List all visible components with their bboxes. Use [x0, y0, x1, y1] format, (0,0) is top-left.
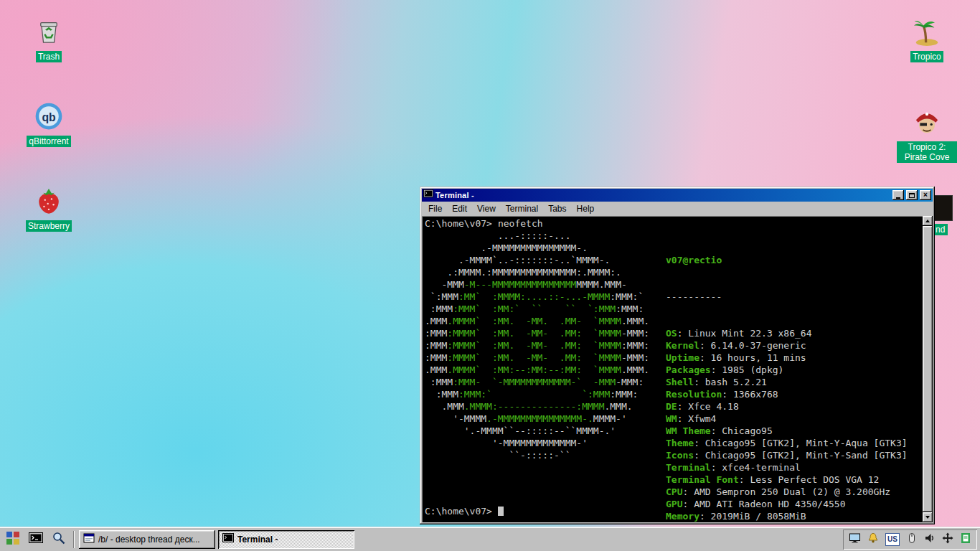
terminal-icon: [222, 532, 234, 546]
partially-hidden-icon: [934, 195, 953, 221]
ascii-line: '-MMMM.-MMMMMMMMMMMMMMM-.MMMM-': [425, 413, 666, 425]
info-row: Terminal Font: Less Perfect DOS VGA 12: [666, 474, 908, 486]
neofetch-info-rows: OS: Linux Mint 22.3 x86_64Kernel: 6.14.0…: [666, 327, 908, 522]
terminal-window: Terminal - × FileEditViewTerminalTabsHel…: [420, 187, 935, 524]
window-titlebar[interactable]: Terminal - ×: [422, 189, 933, 202]
neofetch-info: v07@rectio ---------- OS: Linux Mint 22.…: [666, 230, 908, 522]
icon-label: qBittorrent: [27, 136, 70, 147]
info-row: Kernel: 6.14.0-37-generic: [666, 339, 908, 352]
terminal-cursor: [498, 507, 504, 516]
terminal-icon: [29, 531, 43, 548]
menu-view[interactable]: View: [472, 202, 501, 215]
ascii-line: .MMM.MMMM` :MM. -MM. .MM- `MMMM.MMM.: [425, 315, 666, 327]
desktop-icon-tropico2[interactable]: Tropico 2: Pirate Cove: [897, 106, 957, 163]
ascii-line: .-MMMM`..-:::::::-..`MMMM-.: [425, 254, 666, 266]
info-row: DE: Xfce 4.18: [666, 400, 908, 413]
ascii-line: .MMM.MMMM:--------------:MMMM.MMM.: [425, 400, 666, 413]
prompt-text: C:\home\v07>: [425, 506, 492, 517]
down-arrow-icon: [925, 516, 930, 519]
system-tray: US: [843, 529, 977, 550]
ascii-line: :MMM:MMMM` :MM. -MM- .MM: `MMMM-MMM:: [425, 327, 666, 339]
window-title: Terminal -: [435, 191, 890, 199]
browser-window-icon: [83, 532, 95, 546]
scroll-down-button[interactable]: [923, 512, 933, 522]
terminal-screen[interactable]: C:\home\v07>neofetch ...-:::::-... .-MMM…: [422, 216, 923, 522]
close-button[interactable]: ×: [920, 190, 931, 200]
command-text: neofetch: [498, 218, 543, 229]
desktop-icon-trash[interactable]: Trash: [19, 16, 79, 62]
clipman-icon[interactable]: [960, 532, 971, 547]
ascii-line: '.-MMMM``--:::::--``MMMM-.': [425, 425, 666, 437]
desktop-icon-qbittorrent[interactable]: qb qBittorrent: [19, 100, 79, 147]
menu-launcher-button[interactable]: [3, 530, 23, 549]
ascii-line: '-MMMMMMMMMMMMM-': [425, 437, 666, 449]
display-icon[interactable]: [849, 532, 861, 547]
menu-edit[interactable]: Edit: [447, 202, 472, 215]
info-row: GPU: AMD ATI Radeon HD 4350/4550: [666, 498, 908, 510]
move-icon[interactable]: [942, 532, 953, 547]
icon-label: Trash: [36, 51, 62, 62]
menu-help[interactable]: Help: [572, 202, 600, 215]
ascii-line: -MMM-M---MMMMMMMMMMMMMMMMMMM.MMM-: [425, 278, 666, 291]
menu-file[interactable]: File: [423, 202, 447, 215]
scroll-up-button[interactable]: [923, 216, 933, 226]
task-button-browser[interactable]: /b/ - desktop thread деск...: [79, 530, 215, 549]
info-row: Theme: Chicago95 [GTK2], Mint-Y-Aqua [GT…: [666, 437, 908, 449]
terminal-window-icon: [423, 189, 433, 202]
search-icon: [52, 531, 66, 548]
menu-tabs[interactable]: Tabs: [543, 202, 571, 215]
info-row: Packages: 1985 (dpkg): [666, 364, 908, 376]
keyboard-layout-indicator[interactable]: US: [885, 533, 900, 546]
ascii-line: :MMM:MMM:` `:MMM:MMM:: [425, 388, 666, 400]
menu-icon: [6, 531, 20, 548]
terminal-content[interactable]: C:\home\v07>neofetch ...-:::::-... .-MMM…: [422, 216, 933, 522]
taskbar: /b/ - desktop thread деск... Terminal -: [0, 527, 980, 551]
search-launcher-button[interactable]: [49, 530, 69, 549]
vertical-scrollbar[interactable]: [923, 216, 933, 522]
bell-icon[interactable]: [867, 532, 879, 547]
trash-icon: [33, 16, 65, 47]
ascii-line: :MMM:MMM` :MM:` `` `` `:MMM:MMM:: [425, 303, 666, 315]
info-row: Terminal: xfce4-terminal: [666, 461, 908, 474]
ascii-line: ...-:::::-...: [425, 230, 666, 242]
desktop-icon-tropico[interactable]: Tropico: [897, 16, 957, 62]
volume-icon[interactable]: [924, 532, 936, 547]
menu-terminal[interactable]: Terminal: [501, 202, 543, 215]
neofetch-ascii: ...-:::::-... .-MMMMMMMMMMMMMMM-. .-MMMM…: [425, 230, 666, 461]
ascii-line: `:MMM:MM` :MMMM:....::-...-MMMM:MMM:`: [425, 291, 666, 303]
task-button-terminal[interactable]: Terminal -: [218, 530, 354, 549]
ascii-line: .-MMMMMMMMMMMMMMM-.: [425, 242, 666, 254]
scrollbar-thumb[interactable]: [923, 226, 933, 512]
shell-prompt: C:\home\v07>: [425, 505, 504, 517]
icon-label: Tropico 2: Pirate Cove: [897, 141, 957, 163]
info-row: Memory: 2019MiB / 8058MiB: [666, 510, 908, 522]
maximize-button[interactable]: [906, 190, 918, 200]
taskbar-separator: [73, 531, 75, 548]
prompt-text: C:\home\v07>: [425, 218, 492, 229]
desktop-icon-partially-hidden[interactable]: nd: [928, 195, 971, 235]
svg-text:qb: qb: [42, 111, 55, 123]
terminal-launcher-button[interactable]: [26, 530, 46, 549]
info-row: Shell: bash 5.2.21: [666, 376, 908, 388]
tropico-icon: [911, 16, 943, 47]
info-row: WM: Xfwm4: [666, 413, 908, 425]
peripherals-icon[interactable]: [906, 532, 918, 547]
info-row: WM Theme: Chicago95: [666, 425, 908, 437]
neofetch-user-host: v07@rectio: [666, 255, 722, 265]
task-label: Terminal -: [237, 534, 278, 545]
ascii-line: :MMM:MMMM` :MM. -MM- .MM: `MMMM-MMM:: [425, 352, 666, 364]
info-row: Icons: Chicago95 [GTK2], Mint-Y-Sand [GT…: [666, 449, 908, 461]
ascii-line: .MMM.MMMM` :MM:--:MM:--:MM: `MMMM.MMM.: [425, 364, 666, 376]
info-row: Resolution: 980x551: [666, 388, 908, 400]
ascii-line: .:MMMM.:MMMMMMMMMMMMMMM:.MMMM:.: [425, 266, 666, 278]
desktop-icon-strawberry[interactable]: Strawberry: [19, 185, 79, 232]
qbittorrent-icon: qb: [33, 100, 65, 132]
minimize-button[interactable]: [892, 190, 904, 200]
icon-label: Tropico: [910, 51, 943, 62]
info-row: CPU: AMD Sempron 250 Dual (2) @ 3.200GHz: [666, 486, 908, 498]
neofetch-output: ...-:::::-... .-MMMMMMMMMMMMMMM-. .-MMMM…: [425, 230, 923, 522]
tropico2-pirate-icon: [911, 106, 943, 138]
task-label: /b/ - desktop thread деск...: [98, 534, 200, 545]
info-row: Uptime: 16 hours, 11 mins: [666, 352, 908, 364]
ascii-line: ``-:::::-``: [425, 449, 666, 461]
